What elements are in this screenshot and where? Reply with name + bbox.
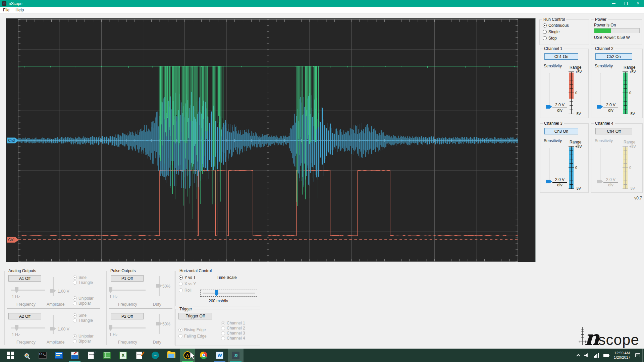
sensitivity-slider-track[interactable] [600, 73, 601, 107]
tray-notification-icon[interactable] [633, 349, 642, 362]
range-scale[interactable]: +5V0-5V [568, 70, 587, 117]
menu-help[interactable]: Help [12, 7, 27, 12]
sensitivity-slider-thumb[interactable] [597, 180, 603, 183]
pulse-1-toggle-button[interactable]: P1 Off [111, 275, 144, 282]
channel-1-toggle-button[interactable]: Ch1 On [544, 53, 578, 60]
taskbar-icon-arduino[interactable]: ∞ [148, 349, 163, 362]
tray-battery-icon[interactable] [601, 349, 611, 362]
maximize-button[interactable] [620, 0, 632, 7]
taskbar-icon-notepad[interactable] [83, 349, 99, 362]
trigger-source-channel-1-radio[interactable] [221, 321, 225, 325]
tray-volume-icon[interactable] [582, 349, 591, 362]
channel-4-toggle-button[interactable]: Ch4 Off [595, 128, 632, 134]
analog-2-amplitude-thumb[interactable] [50, 327, 56, 330]
trigger-source-channel-2-radio[interactable] [221, 326, 225, 330]
sensitivity-slider-thumb[interactable] [546, 105, 552, 109]
taskbar-icon-search[interactable] [19, 349, 34, 362]
analog-1-pol-bipolar-radio[interactable] [73, 301, 77, 305]
trigger-source-channel-4-radio[interactable] [221, 336, 225, 340]
range-scale[interactable]: +5V0-5V [622, 70, 641, 117]
sensitivity-slider-track[interactable] [549, 73, 550, 107]
range-bottom-label: -5V [575, 186, 581, 190]
tray-network-icon[interactable] [591, 349, 601, 362]
analog-1-amplitude-track[interactable] [53, 277, 54, 296]
sensitivity-label: Sensitivity [544, 64, 562, 68]
tray-chevron-up-icon[interactable] [575, 349, 582, 362]
analog-2-amplitude-value: 1.00 V [58, 327, 69, 331]
analog-1-frequency-thumb[interactable] [15, 287, 18, 293]
time-scale-slider[interactable] [200, 290, 257, 297]
run-control-continuous-radio[interactable] [543, 23, 547, 27]
pulse-2-frequency-thumb[interactable] [109, 325, 112, 331]
range-zero-label: 0 [575, 91, 577, 95]
sensitivity-slider-thumb[interactable] [546, 180, 552, 183]
show-desktop-button[interactable] [642, 349, 644, 362]
analog-2-toggle-button[interactable]: A2 Off [8, 313, 41, 319]
pulse-2-duty-value: 50% [162, 322, 170, 326]
taskbar-icon-control-panel[interactable] [51, 349, 66, 362]
range-top-label: +5V [629, 70, 636, 74]
horizontal-mode-roll-radio[interactable] [179, 288, 183, 292]
pulse-1-frequency-track[interactable] [109, 290, 146, 291]
channel-2-toggle-button[interactable]: Ch2 On [595, 53, 632, 60]
analog-1-pol-unipolar-radio[interactable] [73, 296, 77, 300]
analog-2-wave-sine-radio[interactable] [73, 313, 77, 317]
channel-tag-ch3[interactable]: Ch3 [7, 138, 19, 143]
taskbar-icon-photo-viewer[interactable] [67, 349, 83, 362]
analog-1-wave-sine-radio[interactable] [73, 276, 77, 280]
time-scale-thumb[interactable] [215, 290, 218, 296]
channel-tag-ch1[interactable]: Ch1 [7, 237, 19, 243]
sensitivity-slider-track[interactable] [600, 148, 601, 181]
analog-2-wave-triangle-radio[interactable] [73, 318, 77, 322]
trigger-toggle-button[interactable]: Trigger Off [178, 313, 212, 319]
range-scale[interactable]: +5V0-5V [622, 144, 641, 191]
pulse-2-duty-label: Duty [153, 340, 161, 345]
trigger-edge-rising-edge-radio[interactable] [178, 328, 182, 332]
time-scale-track[interactable] [203, 293, 255, 294]
trigger-source-channel-3-radio[interactable] [221, 331, 225, 335]
taskbar-icon-chrome[interactable] [196, 349, 211, 362]
pulse-1-duty-label: Duty [153, 302, 161, 307]
run-control-stop-radio[interactable] [543, 36, 547, 40]
analog-2-frequency-thumb[interactable] [15, 325, 18, 331]
menu-file[interactable]: File [0, 7, 12, 12]
run-control-single-radio[interactable] [543, 30, 547, 34]
sensitivity-slider-thumb[interactable] [597, 105, 603, 109]
pulse-2-duty-thumb[interactable] [156, 322, 162, 325]
tray-clock[interactable]: 12:59 AM 1/20/2017 [611, 351, 633, 360]
taskbar-icon-nscope[interactable]: n [228, 349, 244, 362]
analog-1-amplitude-thumb[interactable] [50, 289, 56, 293]
analog-2-pol-unipolar-radio[interactable] [73, 334, 77, 338]
taskbar-icon-cmd[interactable]: C:\_ [35, 349, 50, 362]
sensitivity-volts: 2.0 V [603, 103, 618, 108]
pulse-1-duty-thumb[interactable] [156, 284, 162, 288]
taskbar-icon-doc-edit[interactable] [131, 349, 147, 362]
horizontal-mode-x-vs-y-radio[interactable] [179, 282, 183, 286]
minimize-button[interactable] [608, 0, 620, 7]
pulse-2-toggle-button[interactable]: P2 Off [111, 313, 144, 319]
range-label: Range [570, 65, 581, 70]
taskbar-icon-explorer[interactable] [164, 349, 179, 362]
taskbar-icon-circuit[interactable] [99, 349, 115, 362]
taskbar-icon-word[interactable]: W [212, 349, 227, 362]
analog-2-amplitude-track[interactable] [53, 315, 54, 334]
sensitivity-slider-track[interactable] [549, 148, 550, 181]
channel-3-toggle-button[interactable]: Ch3 On [544, 128, 578, 134]
analog-1-toggle-button[interactable]: A1 Off [8, 275, 41, 282]
horizontal-mode-y-vs-t-radio[interactable] [179, 276, 183, 280]
sensitivity-unit: div [557, 108, 562, 113]
pulse-1-frequency-thumb[interactable] [109, 287, 112, 293]
analog-2-pol-bipolar-radio[interactable] [73, 339, 77, 343]
taskbar-icon-start[interactable] [3, 349, 18, 362]
sensitivity-volts: 2.0 V [552, 103, 567, 108]
analog-2-wave-triangle-label: Triangle [78, 318, 93, 323]
taskbar-icon-excel[interactable]: X [115, 349, 131, 362]
usb-power-label: USB Power: 0.59 W [594, 35, 630, 40]
scope-display[interactable]: Ch3Ch1 [6, 18, 536, 262]
trigger-source-channel-1-label: Channel 1 [227, 321, 245, 325]
trigger-edge-falling-edge-radio[interactable] [178, 334, 182, 338]
analog-1-wave-triangle-radio[interactable] [73, 281, 77, 285]
close-button[interactable]: ✕ [632, 0, 644, 7]
range-scale[interactable]: +5V0-5V [568, 144, 587, 191]
pulse-2-frequency-track[interactable] [109, 327, 146, 328]
